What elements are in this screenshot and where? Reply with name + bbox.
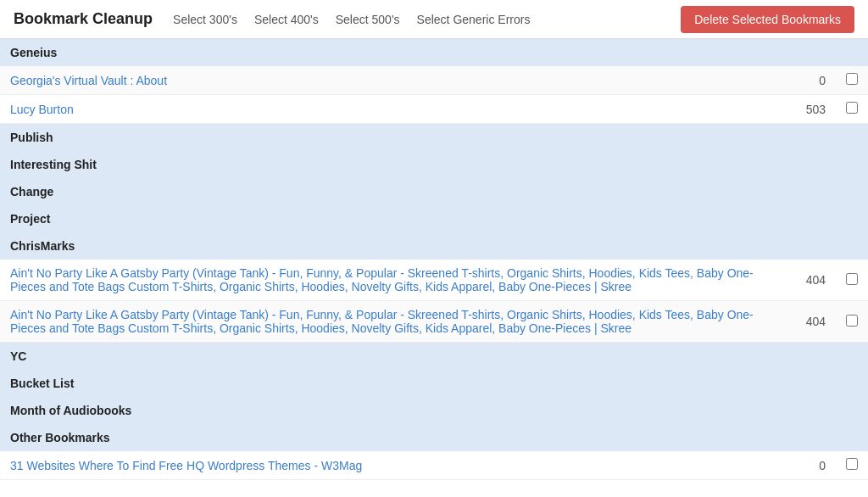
- section-label: Bucket List: [0, 370, 868, 397]
- table-row: Ain't No Party Like A Gatsby Party (Vint…: [0, 260, 868, 301]
- row-checkbox[interactable]: [846, 458, 858, 470]
- section-header: ChrisMarks: [0, 232, 868, 260]
- table-row: 31 Websites Where To Find Free HQ Wordpr…: [0, 451, 868, 480]
- header-nav: Select 300'sSelect 400'sSelect 500'sSele…: [173, 9, 681, 30]
- section-header: Other Bookmarks: [0, 424, 868, 451]
- bookmark-title[interactable]: Lucy Burton: [0, 95, 785, 124]
- status-code: 503: [785, 95, 836, 124]
- nav-btn-select-400s[interactable]: Select 400's: [254, 9, 319, 30]
- section-header: Month of Audiobooks: [0, 397, 868, 424]
- checkbox-cell: [836, 66, 868, 95]
- section-label: Change: [0, 178, 868, 205]
- section-label: Month of Audiobooks: [0, 397, 868, 424]
- checkbox-cell: [836, 301, 868, 343]
- bookmark-title[interactable]: 31 Websites Where To Find Free HQ Wordpr…: [0, 451, 785, 480]
- section-label: Other Bookmarks: [0, 424, 868, 451]
- section-label: YC: [0, 343, 868, 371]
- checkbox-cell: [836, 95, 868, 124]
- table-container: GeneiusGeorgia's Virtual Vault : About0L…: [0, 39, 868, 497]
- status-code: 404: [785, 260, 836, 301]
- row-checkbox[interactable]: [846, 273, 858, 285]
- section-header: Bucket List: [0, 370, 868, 397]
- section-label: ChrisMarks: [0, 232, 868, 260]
- bookmark-title[interactable]: Ain't No Party Like A Gatsby Party (Vint…: [0, 301, 785, 343]
- row-checkbox[interactable]: [846, 73, 858, 85]
- delete-selected-button[interactable]: Delete Selected Bookmarks: [681, 6, 854, 33]
- section-header: Geneius: [0, 39, 868, 66]
- header: Bookmark Cleanup Select 300'sSelect 400'…: [0, 0, 868, 39]
- section-label: Interesting Shit: [0, 151, 868, 178]
- page-title: Bookmark Cleanup: [14, 10, 153, 28]
- section-header: YC: [0, 343, 868, 371]
- status-code: 404: [785, 301, 836, 343]
- nav-btn-select-300s[interactable]: Select 300's: [173, 9, 237, 30]
- table-row: Georgia's Virtual Vault : About0: [0, 66, 868, 95]
- section-label: Geneius: [0, 39, 868, 66]
- section-header: Publish: [0, 124, 868, 152]
- row-checkbox[interactable]: [846, 102, 858, 114]
- section-label: Publish: [0, 124, 868, 152]
- status-code: 0: [785, 66, 836, 95]
- nav-btn-select-generic-errors[interactable]: Select Generic Errors: [417, 9, 531, 30]
- table-row: Lucy Burton503: [0, 95, 868, 124]
- bookmark-title[interactable]: Georgia's Virtual Vault : About: [0, 66, 785, 95]
- table-row: Ain't No Party Like A Gatsby Party (Vint…: [0, 301, 868, 343]
- bookmark-title[interactable]: Ain't No Party Like A Gatsby Party (Vint…: [0, 260, 785, 301]
- section-header: Interesting Shit: [0, 151, 868, 178]
- checkbox-cell: [836, 260, 868, 301]
- section-label: Project: [0, 205, 868, 232]
- section-header: Project: [0, 205, 868, 232]
- status-code: 0: [785, 451, 836, 480]
- checkbox-cell: [836, 451, 868, 480]
- row-checkbox[interactable]: [846, 315, 858, 327]
- bookmarks-table: GeneiusGeorgia's Virtual Vault : About0L…: [0, 39, 868, 480]
- nav-btn-select-500s[interactable]: Select 500's: [336, 9, 400, 30]
- section-header: Change: [0, 178, 868, 205]
